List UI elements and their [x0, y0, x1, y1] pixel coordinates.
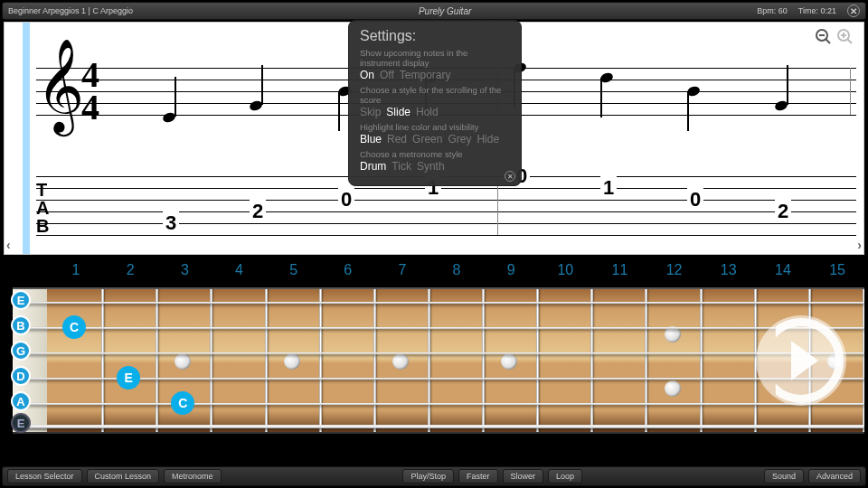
button-advanced[interactable]: Advanced	[808, 469, 861, 483]
lesson-title: Beginner Arpeggios 1 | C Arpeggio	[8, 6, 133, 15]
settings-opt-skip[interactable]: Skip	[360, 106, 381, 118]
settings-opt-drum[interactable]: Drum	[360, 160, 386, 173]
open-string-a[interactable]: A	[11, 391, 31, 411]
svg-line-4	[847, 39, 852, 43]
scroll-left-icon[interactable]: ‹	[6, 238, 11, 252]
svg-line-1	[826, 39, 830, 43]
fret-number: 11	[592, 262, 646, 278]
close-icon[interactable]: ✕	[847, 5, 860, 17]
fret-number: 7	[375, 262, 429, 278]
settings-opt-hide[interactable]: Hide	[476, 133, 499, 145]
settings-opt-red[interactable]: Red	[387, 133, 407, 145]
settings-panel: Settings: Show upcoming notes in the ins…	[348, 20, 522, 186]
settings-opt-off[interactable]: Off	[380, 69, 394, 81]
open-string-d[interactable]: D	[11, 366, 31, 386]
settings-opt-temporary[interactable]: Temporary	[400, 69, 451, 81]
fret-number: 2	[103, 262, 157, 278]
playhead	[23, 23, 30, 254]
fret-number: 5	[267, 262, 321, 278]
button-loop[interactable]: Loop	[548, 469, 582, 483]
open-string-g[interactable]: G	[11, 341, 31, 361]
settings-scroll-opts: SkipSlideHold	[360, 106, 510, 118]
zoom-in-icon[interactable]	[836, 28, 854, 46]
fret-number: 10	[538, 262, 592, 278]
settings-opt-synth[interactable]: Synth	[417, 160, 445, 173]
button-metronome[interactable]: Metronome	[164, 469, 222, 483]
fret-number: 13	[702, 262, 756, 278]
time-signature: 44	[81, 59, 99, 124]
fret-number: 15	[810, 262, 864, 278]
open-string-b[interactable]: B	[11, 315, 31, 335]
fretboard[interactable]: CEC	[13, 287, 864, 434]
settings-opt-blue[interactable]: Blue	[360, 133, 382, 145]
zoom-out-icon[interactable]	[815, 28, 833, 46]
button-slower[interactable]: Slower	[503, 469, 544, 483]
time-label: Time: 0:21	[798, 6, 836, 15]
settings-opt-slide[interactable]: Slide	[386, 106, 410, 118]
fret-number: 12	[647, 262, 702, 278]
settings-metronome-opts: DrumTickSynth	[360, 160, 510, 173]
tab-number: 0	[338, 188, 354, 211]
fret-number: 4	[212, 262, 266, 278]
settings-opt-hold[interactable]: Hold	[416, 106, 439, 118]
tab-number: 2	[775, 200, 791, 223]
next-arrow-icon[interactable]	[756, 315, 846, 406]
app-name: Purely Guitar	[133, 6, 757, 16]
topbar: Beginner Arpeggios 1 | C Arpeggio Purely…	[2, 2, 866, 20]
scroll-right-icon[interactable]: ›	[857, 238, 862, 252]
settings-opt-tick[interactable]: Tick	[392, 160, 411, 173]
fret-number: 6	[321, 262, 375, 278]
bpm-label: Bpm: 60	[757, 6, 788, 15]
tab-number: 2	[250, 200, 266, 223]
fret-number: 9	[484, 262, 538, 278]
tab-letter-b: B	[36, 216, 49, 237]
button-custom-lesson[interactable]: Custom Lesson	[87, 469, 160, 483]
tab-number: 1	[600, 176, 617, 200]
fret-number: 3	[157, 262, 212, 278]
settings-close-icon[interactable]: ✕	[505, 171, 515, 182]
tab-number: 0	[687, 188, 703, 211]
tab-number: 3	[163, 211, 179, 235]
settings-upcoming-opts: OnOffTemporary	[360, 69, 510, 81]
fret-marker[interactable]: C	[62, 315, 86, 339]
treble-clef-icon: 𝄞	[36, 39, 84, 134]
settings-opt-on[interactable]: On	[360, 69, 374, 81]
fret-number: 1	[49, 262, 103, 278]
settings-opt-green[interactable]: Green	[412, 133, 442, 145]
fret-number: 8	[429, 262, 484, 278]
fret-marker[interactable]: E	[117, 366, 140, 389]
settings-title: Settings:	[360, 28, 510, 44]
settings-highlight-opts: BlueRedGreenGreyHide	[360, 133, 510, 145]
bottombar: Lesson SelectorCustom LessonMetronome Pl…	[2, 466, 866, 486]
button-faster[interactable]: Faster	[458, 469, 498, 483]
button-play-stop[interactable]: Play/Stop	[402, 469, 454, 483]
button-sound[interactable]: Sound	[764, 469, 804, 483]
settings-opt-grey[interactable]: Grey	[448, 133, 471, 145]
fretboard-area: 123456789101112131415 CEC EBGDAE	[4, 255, 864, 455]
button-lesson-selector[interactable]: Lesson Selector	[7, 469, 82, 483]
open-string-e[interactable]: E	[11, 413, 31, 433]
open-string-e[interactable]: E	[11, 290, 31, 310]
fret-marker[interactable]: C	[171, 391, 194, 415]
fret-number: 14	[756, 262, 810, 278]
